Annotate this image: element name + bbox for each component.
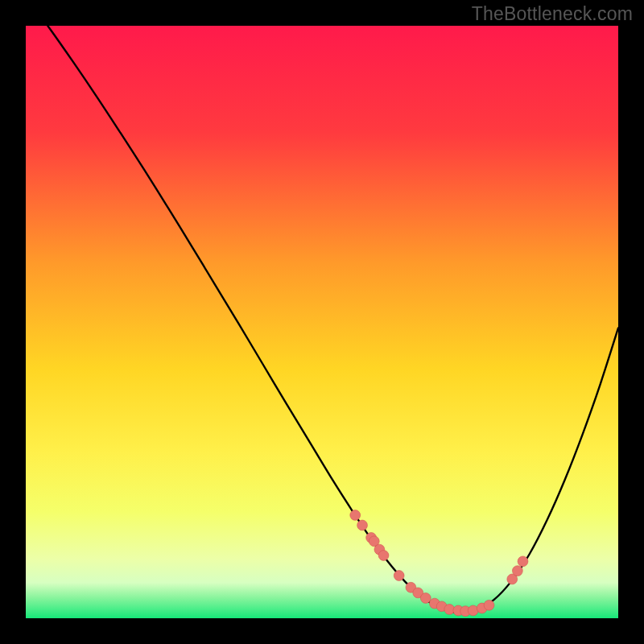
marker-dot <box>444 605 455 615</box>
watermark-text: TheBottleneck.com <box>472 3 633 25</box>
marker-dot <box>420 593 431 604</box>
marker-dot <box>512 566 522 576</box>
marker-dot <box>357 520 368 530</box>
marker-dot <box>378 551 389 561</box>
marker-dot <box>468 605 478 616</box>
marker-dot <box>394 571 404 581</box>
plot-area <box>26 26 618 618</box>
chart-container: TheBottleneck.com <box>0 0 644 644</box>
marker-dot <box>518 556 528 567</box>
marker-dot <box>350 510 361 521</box>
marker-dot <box>484 600 494 610</box>
gradient-background <box>26 26 618 618</box>
chart-svg <box>26 26 618 618</box>
